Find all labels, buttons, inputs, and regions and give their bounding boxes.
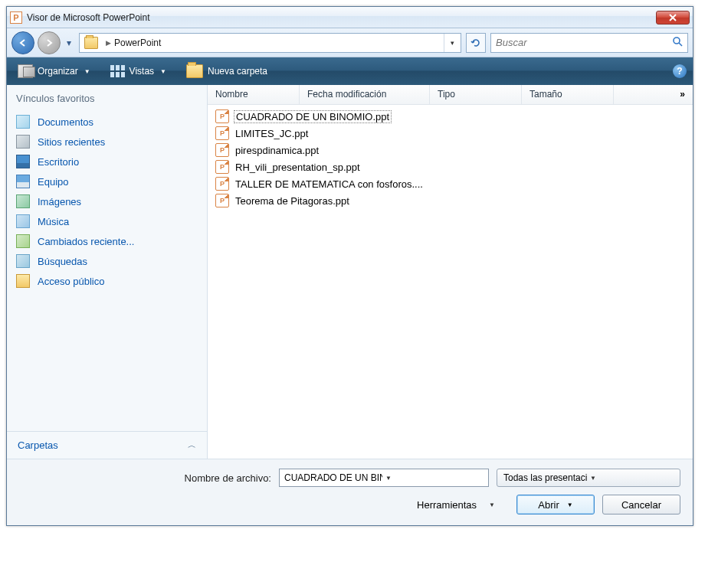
chevron-down-icon: ▼ — [160, 68, 166, 75]
file-open-dialog: P Visor de Microsoft PowerPoint ▾ ▶ Powe… — [6, 6, 693, 526]
favorite-icon — [16, 254, 30, 268]
chevron-down-icon[interactable]: ▼ — [590, 475, 674, 482]
sidebar-item[interactable]: Música — [7, 211, 207, 231]
sidebar-item[interactable]: Imágenes — [7, 191, 207, 211]
close-icon — [668, 14, 677, 21]
file-name: LIMITES_JC.ppt — [234, 127, 310, 140]
sidebar-item-label: Imágenes — [38, 196, 81, 207]
dialog-footer: Nombre de archivo: CUADRADO DE UN BINOMI… — [7, 459, 693, 525]
ppt-file-icon: P — [215, 109, 229, 123]
sidebar-item-label: Acceso público — [38, 276, 104, 287]
forward-button[interactable] — [38, 31, 61, 54]
views-label: Vistas — [130, 66, 154, 77]
search-input[interactable] — [496, 37, 672, 48]
sidebar-header: Vínculos favoritos — [7, 85, 207, 110]
file-row[interactable]: PTeorema de Pitagoras.ppt — [212, 192, 688, 209]
chevron-down-icon: ▼ — [84, 68, 90, 75]
file-row[interactable]: PCUADRADO DE UN BINOMIO.ppt — [212, 108, 688, 125]
search-icon[interactable] — [672, 36, 683, 49]
ppt-file-icon: P — [215, 177, 229, 191]
file-name: RH_vili_presentation_sp.ppt — [234, 161, 362, 174]
organize-icon — [18, 64, 33, 78]
favorite-icon — [16, 194, 30, 208]
sidebar-item-label: Documentos — [38, 116, 93, 128]
sidebar-item[interactable]: Cambiados reciente... — [7, 231, 207, 251]
nav-arrows: ▾ — [11, 31, 74, 54]
sidebar-item[interactable]: Sitios recientes — [7, 132, 207, 152]
address-dropdown[interactable]: ▾ — [444, 34, 461, 52]
dialog-body: Vínculos favoritos DocumentosSitios reci… — [7, 85, 693, 459]
ppt-file-icon: P — [215, 126, 229, 140]
sidebar-item-label: Cambiados reciente... — [38, 236, 134, 247]
column-date[interactable]: Fecha modificación — [300, 85, 430, 104]
favorite-icon — [16, 274, 30, 288]
column-type[interactable]: Tipo — [430, 85, 522, 104]
file-name: TALLER DE MATEMATICA con fosforos.... — [234, 178, 425, 191]
folder-icon — [84, 37, 98, 49]
titlebar: P Visor de Microsoft PowerPoint — [7, 7, 693, 28]
sidebar-item[interactable]: Búsquedas — [7, 251, 207, 271]
back-button[interactable] — [11, 31, 34, 54]
chevron-down-icon: ▼ — [489, 501, 495, 508]
file-row[interactable]: PTALLER DE MATEMATICA con fosforos.... — [212, 175, 688, 192]
file-name: CUADRADO DE UN BINOMIO.ppt — [234, 110, 392, 123]
refresh-button[interactable] — [466, 33, 486, 53]
sidebar-item[interactable]: Escritorio — [7, 152, 207, 172]
file-row[interactable]: PLIMITES_JC.ppt — [212, 125, 688, 142]
nav-history-dropdown[interactable]: ▾ — [64, 35, 74, 51]
search-box[interactable] — [490, 33, 688, 53]
breadcrumb-location[interactable]: PowerPoint — [114, 38, 161, 48]
filter-value: Todas las presentaciones de — [503, 472, 587, 483]
app-icon: P — [10, 11, 22, 24]
new-folder-label: Nueva carpeta — [208, 66, 267, 77]
window-title: Visor de Microsoft PowerPoint — [27, 12, 656, 23]
favorite-icon — [16, 115, 30, 129]
sidebar-item[interactable]: Equipo — [7, 172, 207, 191]
tools-menu[interactable]: Herramientas ▼ — [417, 499, 495, 511]
svg-point-0 — [674, 38, 680, 44]
file-row[interactable]: Ppirespdinamica.ppt — [212, 142, 688, 158]
ppt-file-icon: P — [215, 194, 229, 207]
file-name: pirespdinamica.ppt — [234, 144, 320, 157]
organize-menu[interactable]: Organizar ▼ — [13, 61, 95, 81]
column-headers: Nombre Fecha modificación Tipo Tamaño » — [208, 85, 693, 105]
cancel-button[interactable]: Cancelar — [602, 495, 680, 514]
filename-label: Nombre de archivo: — [185, 472, 271, 484]
file-name: Teorema de Pitagoras.ppt — [234, 194, 351, 207]
views-menu[interactable]: Vistas ▼ — [106, 62, 171, 80]
refresh-icon — [470, 38, 481, 48]
close-button[interactable] — [656, 11, 690, 24]
ppt-file-icon: P — [215, 160, 229, 174]
navigation-bar: ▾ ▶ PowerPoint ▾ — [7, 28, 693, 57]
file-pane: Nombre Fecha modificación Tipo Tamaño » … — [208, 85, 693, 459]
filename-combobox[interactable]: CUADRADO DE UN BINOMIO.p ▼ — [279, 469, 489, 487]
column-name[interactable]: Nombre — [208, 85, 300, 104]
file-list: PCUADRADO DE UN BINOMIO.pptPLIMITES_JC.p… — [208, 105, 693, 212]
address-bar[interactable]: ▶ PowerPoint ▾ — [79, 33, 461, 53]
file-row[interactable]: PRH_vili_presentation_sp.ppt — [212, 158, 688, 175]
column-overflow[interactable]: » — [672, 85, 693, 104]
sidebar-item-label: Búsquedas — [38, 256, 87, 267]
tools-label: Herramientas — [417, 499, 477, 511]
organize-label: Organizar — [38, 66, 78, 77]
chevron-down-icon[interactable]: ▼ — [385, 475, 484, 482]
sidebar-item[interactable]: Acceso público — [7, 271, 207, 291]
open-button[interactable]: Abrir ▼ — [516, 495, 595, 514]
help-button[interactable]: ? — [673, 64, 687, 78]
sidebar-item-label: Sitios recientes — [38, 136, 105, 148]
filetype-filter[interactable]: Todas las presentaciones de ▼ — [497, 469, 680, 487]
sidebar-item-label: Equipo — [38, 176, 68, 188]
folders-toggle[interactable]: Carpetas ︿ — [7, 431, 207, 459]
arrow-left-icon — [18, 38, 28, 47]
sidebar-item-label: Escritorio — [38, 156, 79, 168]
column-size[interactable]: Tamaño — [522, 85, 614, 104]
favorite-icon — [16, 234, 30, 248]
sidebar-list: DocumentosSitios recientesEscritorioEqui… — [7, 110, 207, 292]
sidebar-item[interactable]: Documentos — [7, 112, 207, 132]
filename-value: CUADRADO DE UN BINOMIO.p — [284, 472, 382, 483]
new-folder-button[interactable]: Nueva carpeta — [182, 61, 272, 81]
command-toolbar: Organizar ▼ Vistas ▼ Nueva carpeta ? — [7, 57, 693, 85]
favorite-icon — [16, 135, 30, 149]
ppt-file-icon: P — [215, 143, 229, 157]
favorite-icon — [16, 214, 30, 228]
